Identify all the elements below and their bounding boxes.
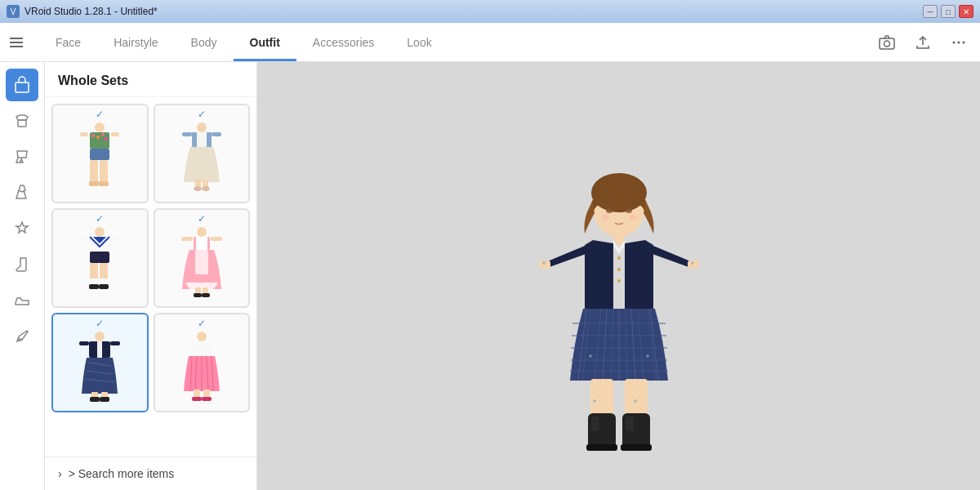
checkmark-4: ✓ [198, 213, 206, 225]
outfit-img-5 [67, 326, 132, 408]
window-title: VRoid Studio 1.28.1 - Untitled* [24, 6, 158, 17]
panel-title: Whole Sets [45, 62, 256, 97]
svg-point-21 [197, 122, 207, 132]
svg-rect-113 [621, 444, 652, 451]
svg-rect-45 [195, 250, 208, 274]
search-more-button[interactable]: › > Search more items [45, 457, 256, 490]
outfit-item-4[interactable]: ✓ [154, 208, 251, 308]
svg-rect-37 [100, 278, 108, 285]
svg-point-52 [95, 332, 105, 341]
title-bar: V VRoid Studio 1.28.1 - Untitled* ─ □ ✕ [0, 0, 980, 23]
svg-point-42 [197, 227, 207, 237]
svg-rect-20 [111, 132, 119, 136]
content-area: Whole Sets ✓ [0, 62, 980, 490]
search-more-label: > Search more items [69, 467, 175, 480]
svg-rect-19 [80, 132, 88, 136]
sidebar-icon-brush[interactable] [6, 320, 38, 353]
outfit-item-5[interactable]: ✓ [51, 313, 149, 412]
outfit-img-1 [67, 117, 132, 198]
svg-rect-15 [90, 160, 98, 183]
svg-point-10 [91, 134, 95, 137]
close-button[interactable]: ✕ [959, 5, 973, 18]
character-svg [529, 168, 709, 462]
svg-point-27 [194, 186, 202, 191]
outfit-item-1[interactable]: ✓ [51, 104, 149, 203]
checkmark-3: ✓ [96, 213, 104, 225]
tab-body[interactable]: Body [175, 23, 234, 61]
more-button[interactable] [947, 31, 970, 54]
checkmark-2: ✓ [198, 109, 206, 120]
svg-point-1 [884, 41, 890, 47]
svg-rect-16 [100, 160, 108, 183]
svg-rect-29 [182, 132, 192, 136]
sidebar-icon-dress[interactable] [6, 176, 38, 209]
svg-rect-33 [90, 252, 109, 263]
svg-point-116 [542, 261, 546, 265]
viewport [257, 62, 980, 490]
checkmark-1: ✓ [96, 109, 104, 120]
sidebar-icon-top[interactable] [6, 105, 38, 137]
svg-rect-48 [194, 293, 202, 297]
svg-point-2 [953, 41, 956, 43]
svg-rect-71 [194, 390, 200, 398]
top-nav: Face Hairstyle Body Outfit Accessories L… [0, 23, 980, 62]
svg-point-118 [593, 399, 596, 403]
sidebar-icon-bottom[interactable] [6, 140, 38, 173]
svg-point-13 [105, 137, 108, 140]
tab-look[interactable]: Look [390, 23, 448, 61]
nav-tabs: Face Hairstyle Body Outfit Accessories L… [39, 23, 875, 61]
outfit-img-6 [169, 326, 234, 408]
tab-accessories[interactable]: Accessories [296, 23, 390, 61]
outfit-item-3[interactable]: ✓ [51, 208, 149, 308]
svg-rect-49 [202, 293, 210, 297]
svg-rect-51 [211, 237, 222, 241]
svg-point-86 [617, 268, 621, 271]
svg-rect-0 [880, 38, 894, 49]
sidebar-icon-wholeset[interactable] [6, 69, 38, 101]
minimize-button[interactable]: ─ [923, 5, 938, 18]
svg-rect-18 [99, 181, 109, 186]
sidebar-icon-accessories[interactable] [6, 212, 38, 245]
svg-rect-40 [80, 237, 90, 241]
app-icon: V [7, 5, 20, 18]
search-more-arrow: › [58, 467, 62, 480]
svg-rect-61 [100, 397, 109, 402]
svg-point-64 [197, 332, 207, 341]
sidebar-icon-socks[interactable] [6, 248, 38, 281]
svg-rect-50 [181, 237, 193, 241]
svg-rect-34 [90, 263, 98, 281]
outfit-img-2 [169, 117, 234, 198]
svg-rect-38 [89, 284, 99, 289]
svg-rect-44 [196, 237, 207, 250]
svg-rect-72 [203, 390, 210, 398]
svg-rect-14 [90, 149, 109, 160]
svg-point-80 [626, 208, 632, 213]
svg-rect-35 [100, 263, 108, 281]
svg-point-31 [95, 227, 105, 237]
svg-point-87 [617, 279, 621, 283]
svg-rect-62 [79, 341, 89, 345]
svg-rect-74 [202, 397, 212, 401]
tab-hairstyle[interactable]: Hairstyle [97, 23, 174, 61]
svg-point-12 [101, 133, 105, 136]
tab-outfit[interactable]: Outfit [234, 23, 296, 61]
sidebar-icon-shoes[interactable] [6, 284, 38, 317]
window-controls: ─ □ ✕ [923, 5, 973, 18]
svg-point-28 [202, 186, 210, 191]
svg-point-79 [606, 208, 612, 213]
svg-rect-63 [110, 341, 120, 345]
svg-point-78 [591, 173, 647, 212]
svg-point-85 [617, 256, 621, 260]
svg-point-115 [646, 354, 649, 358]
svg-rect-41 [109, 237, 119, 241]
hamburger-button[interactable] [10, 38, 23, 47]
export-button[interactable] [911, 31, 934, 54]
character-container [529, 168, 709, 466]
outfit-item-6[interactable]: ✓ [154, 313, 251, 412]
svg-point-4 [963, 41, 965, 43]
svg-rect-47 [203, 287, 208, 294]
maximize-button[interactable]: □ [941, 5, 956, 18]
camera-button[interactable] [875, 31, 898, 54]
tab-face[interactable]: Face [39, 23, 97, 61]
outfit-item-2[interactable]: ✓ [154, 104, 251, 203]
